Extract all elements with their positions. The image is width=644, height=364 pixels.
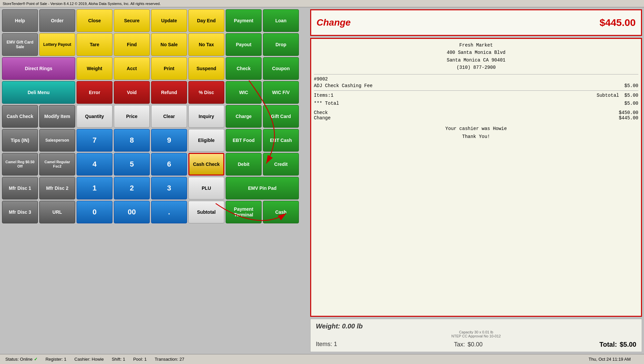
error-button[interactable]: Error <box>77 81 112 104</box>
inquiry-button[interactable]: Inquiry <box>188 105 224 128</box>
suspend-button[interactable]: Suspend <box>188 57 224 80</box>
button-row-9: Mfr Disc 3 URL 0 00 . Subtotal Payment T… <box>2 201 308 223</box>
loan-button[interactable]: Loan <box>263 9 299 32</box>
help-button[interactable]: Help <box>2 9 38 32</box>
num8-button[interactable]: 8 <box>114 129 150 152</box>
status-online: Status: Online ✓ <box>5 357 46 362</box>
cash-button[interactable]: Cash <box>263 201 299 223</box>
camel-regular-button[interactable]: Camel Regular Fsc2 <box>39 153 75 176</box>
status-transaction: Transaction: 27 <box>155 357 192 362</box>
deli-menu-button[interactable]: Deli Menu <box>2 81 75 104</box>
num00-button[interactable]: 00 <box>114 201 150 223</box>
button-row-2: EMV Gift Card Sale Lottery Payout Tare F… <box>2 33 308 56</box>
mfr-disc2-button[interactable]: Mfr Disc 2 <box>39 177 75 199</box>
mfr-disc3-button[interactable]: Mfr Disc 3 <box>2 201 38 223</box>
num0-button[interactable]: 0 <box>77 201 112 223</box>
acct-button[interactable]: Acct <box>114 57 150 80</box>
subtotal-label: Subtotal <box>597 93 619 98</box>
total-display: Total: $5.00 <box>599 341 636 348</box>
void-button[interactable]: Void <box>114 81 150 104</box>
num1-button[interactable]: 1 <box>77 177 112 199</box>
check-label: Check <box>314 110 328 115</box>
wic-fv-button[interactable]: WIC F/V <box>263 81 299 104</box>
pct-disc-button[interactable]: % Disc <box>188 81 224 104</box>
check-button[interactable]: Check <box>226 57 262 80</box>
emv-pin-pad-button[interactable]: EMV Pin Pad <box>226 177 299 199</box>
salesperson-button[interactable]: Salesperson <box>39 129 75 152</box>
tare-button[interactable]: Tare <box>77 33 112 56</box>
status-pool: Pool: 1 <box>133 357 154 362</box>
refund-button[interactable]: Refund <box>151 81 187 104</box>
price-button[interactable]: Price <box>114 105 150 128</box>
receipt-divider-2 <box>314 90 638 91</box>
credit-button[interactable]: Credit <box>263 153 299 176</box>
plu-button[interactable]: PLU <box>188 177 224 199</box>
update-button[interactable]: Update <box>151 9 187 32</box>
status-cashier: Cashier: Howie <box>75 357 112 362</box>
close-button[interactable]: Close <box>77 9 112 32</box>
receipt-subtotal-line: Items:1 Subtotal $5.00 <box>314 93 638 98</box>
cash-check-active-button[interactable]: Cash Check <box>188 153 224 176</box>
secure-button[interactable]: Secure <box>114 9 150 32</box>
thank-you: Thank You! <box>314 134 638 139</box>
drop-button[interactable]: Drop <box>263 33 299 56</box>
find-button[interactable]: Find <box>114 33 150 56</box>
num7-button[interactable]: 7 <box>77 129 112 152</box>
receipt-area: Fresh Market 400 Santa Monica Blvd Santa… <box>310 38 642 317</box>
payment-terminal-button[interactable]: Payment Terminal <box>226 201 262 223</box>
emv-gift-card-button[interactable]: EMV Gift Card Sale <box>2 33 38 56</box>
num3-button[interactable]: 3 <box>151 177 187 199</box>
charge-button[interactable]: Charge <box>226 105 262 128</box>
no-sale-button[interactable]: No Sale <box>151 33 187 56</box>
direct-rings-button[interactable]: Direct Rings <box>2 57 75 80</box>
payout-button[interactable]: Payout <box>226 33 262 56</box>
num9-button[interactable]: 9 <box>151 129 187 152</box>
num6-button[interactable]: 6 <box>151 153 187 176</box>
print-button[interactable]: Print <box>151 57 187 80</box>
items-count: Items: 1 <box>316 341 337 348</box>
receipt-total-line: *** Total $5.00 <box>314 101 638 106</box>
coupon-button[interactable]: Coupon <box>263 57 299 80</box>
order-button[interactable]: Order <box>39 9 75 32</box>
summary-box: Weight: 0.00 lb Capacity 30 x 0.01 lb NT… <box>310 319 642 352</box>
url-button[interactable]: URL <box>39 201 75 223</box>
check-amount: $450.00 <box>619 110 638 115</box>
mfr-disc1-button[interactable]: Mfr Disc 1 <box>2 177 38 199</box>
button-row-4: Deli Menu Error Void Refund % Disc WIC W… <box>2 81 308 104</box>
tips-in-button[interactable]: Tips (IN) <box>2 129 38 152</box>
adj-label: ADJ Check Cashing Fee <box>314 83 372 88</box>
payment-button[interactable]: Payment <box>226 9 262 32</box>
receipt-adj-line: ADJ Check Cashing Fee $5.00 <box>314 83 638 88</box>
phone: (310) 877-2900 <box>314 64 638 71</box>
camel-reg-button[interactable]: Camel Reg $0.50 Off <box>2 153 38 176</box>
no-tax-button[interactable]: No Tax <box>188 33 224 56</box>
num2-button[interactable]: 2 <box>114 177 150 199</box>
cash-check-left-button[interactable]: Cash Check <box>2 105 38 128</box>
num4-button[interactable]: 4 <box>77 153 112 176</box>
change-box: Change $445.00 <box>310 9 642 36</box>
decimal-button[interactable]: . <box>151 201 187 223</box>
ebt-cash-button[interactable]: EBT Cash <box>263 129 299 152</box>
status-bar: Status: Online ✓ Register: 1 Cashier: Ho… <box>0 354 644 364</box>
title-text: StoreTender® Point of Sale - Version 8.4… <box>3 2 161 6</box>
wic-button[interactable]: WIC <box>226 81 262 104</box>
change-amount: $445.00 <box>600 17 636 28</box>
subtotal-button[interactable]: Subtotal <box>188 201 224 223</box>
ebt-food-button[interactable]: EBT Food <box>226 129 262 152</box>
weight-button[interactable]: Weight <box>77 57 112 80</box>
clear-button[interactable]: Clear <box>151 105 187 128</box>
quantity-button[interactable]: Quantity <box>77 105 112 128</box>
day-end-button[interactable]: Day End <box>188 9 224 32</box>
modify-item-button[interactable]: Modify Item <box>39 105 75 128</box>
address2: Santa Monica CA 90401 <box>314 57 638 64</box>
num5-button[interactable]: 5 <box>114 153 150 176</box>
items-label: Items:1 <box>314 93 333 98</box>
gift-card-button[interactable]: Gift Card <box>263 105 299 128</box>
lottery-payout-button[interactable]: Lottery Payout <box>39 33 75 56</box>
button-panel: Help Order Close Secure Update Day End P… <box>2 9 308 352</box>
button-row-1: Help Order Close Secure Update Day End P… <box>2 9 308 32</box>
cashier-text: Your cashier was Howie <box>314 126 638 131</box>
debit-button[interactable]: Debit <box>226 153 262 176</box>
change-label: Change <box>317 17 351 28</box>
eligible-button[interactable]: Eligible <box>188 129 224 152</box>
